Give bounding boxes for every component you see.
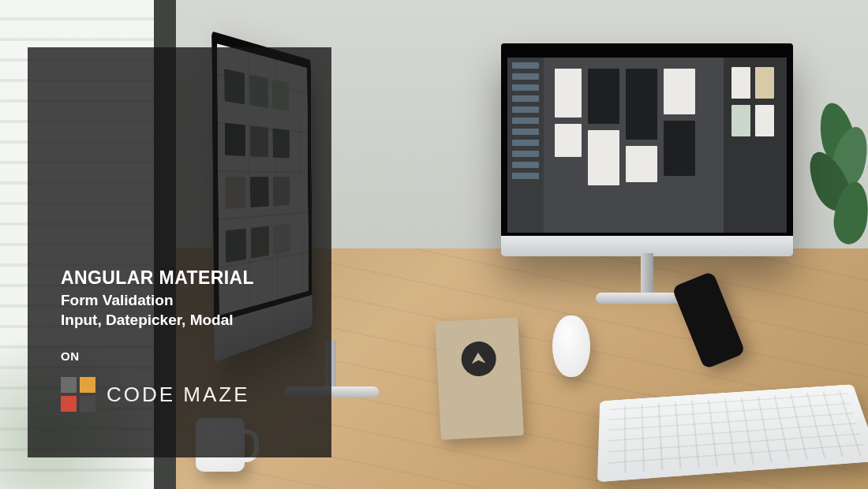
brand-logo-icon <box>61 377 95 412</box>
mouse <box>552 315 590 377</box>
logo-square-tr <box>80 377 95 393</box>
notebook <box>435 317 524 439</box>
brand-row: CODE MAZE <box>61 377 308 412</box>
overlay-subheading-2: Input, Datepicker, Modal <box>61 312 308 329</box>
monitor-right <box>501 43 793 256</box>
brand-text: CODE MAZE <box>107 383 250 407</box>
monitor-right-screen <box>507 58 787 233</box>
logo-square-tl <box>61 377 77 393</box>
app-sidebar <box>507 58 544 233</box>
plant <box>797 95 868 268</box>
logo-square-bl <box>61 396 77 412</box>
monitor-right-stand-neck <box>641 253 653 294</box>
app-canvas <box>544 58 724 233</box>
logo-square-br <box>80 396 95 412</box>
overlay-on-label: ON <box>61 349 308 363</box>
overlay-subheading-1: Form Validation <box>61 292 308 309</box>
overlay-heading: ANGULAR MATERIAL <box>61 267 308 289</box>
app-rightpanel <box>724 58 787 233</box>
title-overlay-panel: ANGULAR MATERIAL Form Validation Input, … <box>28 47 331 457</box>
hero-scene: ANGULAR MATERIAL Form Validation Input, … <box>0 0 868 489</box>
